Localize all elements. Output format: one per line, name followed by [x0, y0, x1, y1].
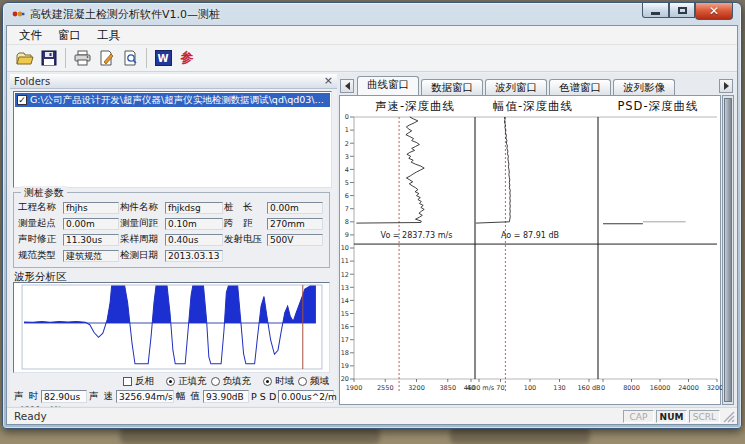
tab-wavetrain-image[interactable]: 波列影像	[613, 79, 675, 95]
svg-text:70: 70	[496, 384, 504, 392]
freq-domain-radio[interactable]	[298, 377, 307, 386]
close-icon: ✕	[709, 4, 719, 18]
amplitude-field[interactable]: 93.90dB	[203, 390, 249, 403]
fill-pos-label: 正填充	[178, 375, 207, 388]
svg-text:3200: 3200	[408, 384, 425, 392]
tab-scroll-left-icon	[345, 82, 350, 90]
scrollbar-thumb[interactable]	[724, 98, 732, 402]
menu-file[interactable]: 文件	[11, 26, 50, 45]
folders-header: Folders ×	[10, 74, 337, 89]
svg-text:16: 16	[341, 323, 349, 331]
invert-checkbox[interactable]	[123, 377, 132, 386]
invert-checkbox-group[interactable]: 反相	[123, 375, 154, 388]
tab-scroll-right-icon	[724, 82, 729, 90]
print-setup-button[interactable]	[94, 46, 118, 70]
svg-text:24000: 24000	[678, 384, 699, 392]
param-label: 规范类型	[18, 249, 62, 262]
freq-domain-radio-group[interactable]: 频域	[298, 375, 329, 388]
psd-field[interactable]: 0.00us^2/m	[278, 390, 334, 403]
save-button[interactable]	[37, 46, 61, 70]
fill-neg-radio-group[interactable]: 负填充	[211, 375, 252, 388]
invert-label: 反相	[135, 375, 154, 388]
open-folder-icon	[16, 51, 35, 66]
print-preview-button[interactable]	[118, 46, 142, 70]
time-domain-radio[interactable]	[263, 377, 272, 386]
waveform-plot[interactable]	[13, 282, 330, 373]
span-field[interactable]: 270mm	[267, 218, 323, 230]
interval-field[interactable]: 0.10m	[165, 218, 223, 230]
param-label: 桩 长	[224, 201, 266, 214]
file-path: G:\公司产品设计开发\超声仪器\超声仪实地检测数据调试\qd\qd03\qd0…	[30, 94, 330, 107]
folders-pane-title: Folders	[14, 76, 50, 87]
svg-text:100: 100	[524, 384, 536, 392]
menu-window[interactable]: 窗口	[50, 26, 89, 45]
file-list-item[interactable]: ✓ G:\公司产品设计开发\超声仪器\超声仪实地检测数据调试\qd\qd03\q…	[15, 93, 330, 107]
time-domain-radio-group[interactable]: 时域	[263, 375, 294, 388]
sound-speed-label: 声 速	[89, 390, 114, 403]
curve-chart-area[interactable]: 声速-深度曲线 幅值-深度曲线 PSD-深度曲线 012345678910111…	[339, 95, 721, 405]
word-export-button[interactable]: W	[151, 46, 175, 70]
svg-text:9: 9	[345, 231, 349, 239]
param-label: 检测日期	[120, 249, 164, 262]
pile-length-field[interactable]: 0.00m	[267, 202, 323, 214]
time-correction-field[interactable]: 11.30us	[63, 234, 119, 246]
start-point-field[interactable]: 0.00m	[63, 218, 119, 230]
title-bar[interactable]: 高铁建混凝土检测分析软件V1.0—测桩 ✕	[3, 3, 741, 25]
svg-text:Ao = 87.91 dB: Ao = 87.91 dB	[501, 231, 559, 240]
sound-speed-field[interactable]: 3256.94m/s	[116, 390, 174, 403]
tab-data-window[interactable]: 数据窗口	[421, 79, 483, 95]
chart-pane: 曲线窗口 数据窗口 波列窗口 色谱窗口 波列影像 声速-深度曲线 幅值-深度曲线…	[339, 74, 734, 406]
voltage-field[interactable]: 500V	[267, 234, 323, 246]
svg-text:40: 40	[467, 384, 475, 392]
minimize-icon	[651, 12, 660, 15]
svg-text:Vo = 2837.73 m/s: Vo = 2837.73 m/s	[381, 231, 453, 240]
svg-text:2: 2	[345, 140, 349, 148]
window-body: 文件 窗口 工具	[6, 25, 738, 425]
time-domain-label: 时域	[275, 375, 294, 388]
svg-text:3: 3	[345, 153, 349, 161]
minimize-button[interactable]	[642, 3, 669, 18]
open-button[interactable]	[13, 46, 37, 70]
tab-scroll-left-button[interactable]	[340, 79, 354, 93]
component-name-field[interactable]: fhjkdsg	[165, 202, 223, 214]
close-button[interactable]: ✕	[695, 3, 733, 20]
svg-text:17: 17	[341, 336, 349, 344]
svg-text:0: 0	[345, 113, 349, 121]
svg-text:0: 0	[601, 384, 605, 392]
tab-curve-window[interactable]: 曲线窗口	[357, 76, 419, 95]
app-icon	[11, 7, 25, 21]
pile-params-group: 测桩参数 工程名称 fhjhs 构件名称 fhjkdsg 桩 长 0.00m 测…	[13, 192, 330, 268]
file-checkbox[interactable]: ✓	[17, 95, 27, 105]
param-label: 声时修正	[18, 233, 62, 246]
svg-text:10: 10	[341, 244, 349, 252]
project-name-field[interactable]: fhjhs	[63, 202, 119, 214]
standard-type-field[interactable]: 建筑规范	[63, 250, 119, 262]
sound-time-field[interactable]: 82.90us	[41, 390, 87, 403]
toolbar: W 参	[7, 45, 737, 72]
maximize-button[interactable]	[669, 3, 695, 18]
tab-scroll-right-button[interactable]	[719, 79, 733, 93]
fill-neg-radio[interactable]	[211, 377, 220, 386]
test-date-field[interactable]: 2013.03.13	[165, 250, 223, 262]
svg-text:16000: 16000	[650, 384, 671, 392]
svg-text:1: 1	[345, 126, 349, 134]
parameters-button[interactable]: 参	[175, 46, 199, 70]
tab-spectrum-window[interactable]: 色谱窗口	[549, 79, 611, 95]
fill-pos-radio[interactable]	[166, 377, 175, 386]
svg-text:11: 11	[341, 257, 349, 265]
svg-text:13: 13	[341, 284, 349, 292]
folders-pane: Folders × ✓ G:\公司产品设计开发\超声仪器\超声仪实地检测数据调试…	[10, 74, 337, 406]
folders-close-icon[interactable]: ×	[324, 76, 333, 86]
scroll-indicator: SCRL	[689, 410, 720, 423]
file-listbox[interactable]: ✓ G:\公司产品设计开发\超声仪器\超声仪实地检测数据调试\qd\qd03\q…	[13, 91, 332, 188]
resize-grip[interactable]	[722, 410, 735, 423]
vertical-scrollbar[interactable]	[722, 95, 734, 405]
fill-pos-radio-group[interactable]: 正填充	[166, 375, 207, 388]
tab-wavetrain-window[interactable]: 波列窗口	[485, 79, 547, 95]
param-label: 跨 距	[224, 217, 266, 230]
menu-tools[interactable]: 工具	[89, 26, 128, 45]
amplitude-chart-title: 幅值-深度曲线	[468, 99, 598, 114]
sample-period-field[interactable]: 0.40us	[165, 234, 223, 246]
print-button[interactable]	[70, 46, 94, 70]
svg-text:160 dB: 160 dB	[577, 384, 600, 392]
